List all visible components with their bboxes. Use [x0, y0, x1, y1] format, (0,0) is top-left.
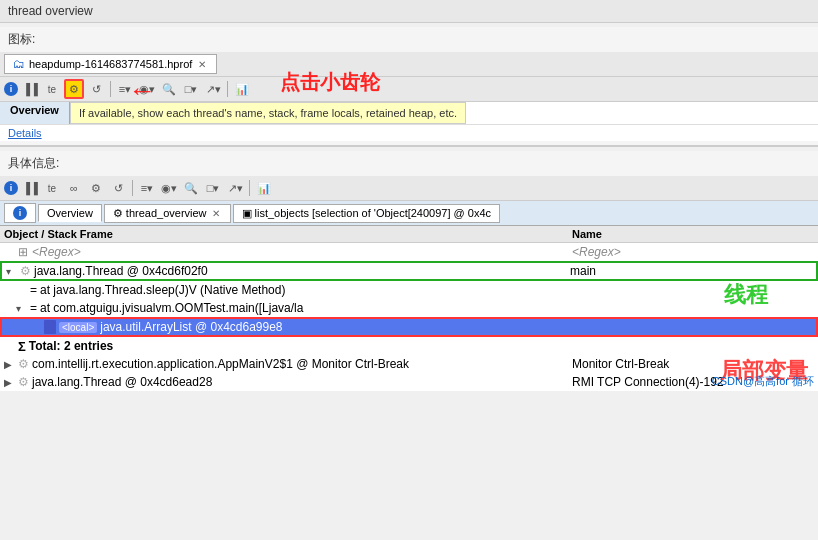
watermark-text: CSDN@高高for 循环 [708, 372, 818, 391]
bottom-view-button[interactable]: □▾ [203, 178, 223, 198]
te-button[interactable]: te [42, 79, 62, 99]
total-text: Total: 2 entries [29, 339, 564, 353]
tab-overview[interactable]: Overview [38, 204, 102, 222]
info-icon[interactable]: i [4, 82, 18, 96]
thread-intellij-row[interactable]: ▶ ⚙ com.intellij.rt.execution.applicatio… [0, 355, 818, 373]
thread-gear-icon: ⚙ [20, 264, 31, 278]
search-button[interactable]: 🔍 [159, 79, 179, 99]
sleep-frame-text: at java.lang.Thread.sleep(J)V (Native Me… [40, 283, 564, 297]
top-tab-bar: 🗂 heapdump-1614683774581.hprof ✕ [0, 52, 818, 77]
tab-list-objects[interactable]: ▣ list_objects [selection of 'Object[240… [233, 204, 500, 223]
bottom-te-button[interactable]: te [42, 178, 62, 198]
rmi-expand-icon[interactable]: ▶ [4, 377, 18, 388]
overview-tab[interactable]: Overview [0, 102, 70, 124]
gear-button-highlighted[interactable]: ⚙ [64, 79, 84, 99]
intellij-expand-icon[interactable]: ▶ [4, 359, 18, 370]
bars-button[interactable]: ▐▐ [20, 79, 40, 99]
bottom-refresh-button[interactable]: ↺ [108, 178, 128, 198]
toolbar-separator-2 [227, 81, 228, 97]
chart-button[interactable]: 📊 [232, 79, 252, 99]
tab-label: heapdump-1614683774581.hprof [29, 58, 192, 70]
bottom-export-button[interactable]: ↗▾ [225, 178, 245, 198]
filter-icon: ⊞ [18, 245, 28, 259]
intellij-gear-icon: ⚙ [18, 357, 29, 371]
menu-button-1[interactable]: ≡▾ [115, 79, 135, 99]
window-title: thread overview [0, 0, 818, 23]
detail-info-icon: i [13, 206, 27, 220]
bottom-section: 具体信息: i ▐▐ te ∞ ⚙ ↺ ≡▾ ◉▾ 🔍 □▾ ↗▾ 📊 i Ov… [0, 151, 818, 391]
object-table: Object / Stack Frame Name ⊞ <Regex> <Reg… [0, 226, 818, 391]
bottom-gear-button[interactable]: ⚙ [86, 178, 106, 198]
gear-small-icon: ⚙ [113, 207, 123, 220]
top-toolbar: i ▐▐ te ⚙ ↺ ≡▾ ◉▾ 🔍 □▾ ↗▾ 📊 ← 点击小齿轮 [0, 77, 818, 102]
sleep-equals-icon: = [30, 283, 37, 297]
bottom-sep-2 [249, 180, 250, 196]
main-frame-text: at com.atguigu.jvisualvm.OOMTest.main([L… [40, 301, 564, 315]
top-section-label: 图标: [0, 27, 818, 52]
bottom-toolbar: i ▐▐ te ∞ ⚙ ↺ ≡▾ ◉▾ 🔍 □▾ ↗▾ 📊 [0, 176, 818, 201]
bottom-chart-button[interactable]: 📊 [254, 178, 274, 198]
thread-overview-close[interactable]: ✕ [210, 208, 222, 219]
thread-rmi-row[interactable]: ▶ ⚙ java.lang.Thread @ 0x4cd6ead28 RMI T… [0, 373, 818, 391]
tab-info[interactable]: i [4, 203, 36, 223]
stack-sleep-row[interactable]: = at java.lang.Thread.sleep(J)V (Native … [0, 281, 818, 299]
view-button[interactable]: □▾ [181, 79, 201, 99]
local-var-row[interactable]: <local> java.util.ArrayList @ 0x4cd6a99e… [0, 317, 818, 337]
rmi-thread-object: java.lang.Thread @ 0x4cd6ead28 [32, 375, 564, 389]
intellij-thread-object: com.intellij.rt.execution.application.Ap… [32, 357, 564, 371]
intellij-thread-name: Monitor Ctrl-Break [564, 357, 814, 371]
detail-tab-row: i Overview ⚙ thread_overview ✕ ▣ list_ob… [0, 201, 818, 226]
main-expand-icon[interactable]: ▾ [16, 303, 30, 314]
details-tab-link[interactable]: Details [0, 125, 818, 141]
thread-main-row[interactable]: ▾ ⚙ java.lang.Thread @ 0x4cd6f02f0 main [0, 261, 818, 281]
thread-main-name: main [562, 264, 812, 278]
bottom-inf-button[interactable]: ∞ [64, 178, 84, 198]
table-header-row: Object / Stack Frame Name [0, 226, 818, 243]
tab-icon: 🗂 [13, 57, 25, 71]
bottom-menu-button[interactable]: ≡▾ [137, 178, 157, 198]
local-tag: <local> [59, 322, 97, 333]
bottom-sep-1 [132, 180, 133, 196]
bottom-search-button[interactable]: 🔍 [181, 178, 201, 198]
bottom-target-button[interactable]: ◉▾ [159, 178, 179, 198]
target-button[interactable]: ◉▾ [137, 79, 157, 99]
rmi-gear-icon: ⚙ [18, 375, 29, 389]
local-doc-icon [44, 320, 56, 334]
thread-main-object: java.lang.Thread @ 0x4cd6f02f0 [34, 264, 562, 278]
regex-object-text: <Regex> [32, 245, 564, 259]
tab-close-button[interactable]: ✕ [196, 59, 208, 70]
toolbar-separator-1 [110, 81, 111, 97]
heapdump-tab[interactable]: 🗂 heapdump-1614683774581.hprof ✕ [4, 54, 217, 74]
regex-name-text: <Regex> [564, 245, 814, 259]
stack-main-row[interactable]: ▾ = at com.atguigu.jvisualvm.OOMTest.mai… [0, 299, 818, 317]
local-var-object: java.util.ArrayList @ 0x4cd6a99e8 [100, 320, 562, 334]
bottom-section-label: 具体信息: [0, 151, 818, 176]
main-equals-icon: = [30, 301, 37, 315]
export-button[interactable]: ↗▾ [203, 79, 223, 99]
total-entries-row: Σ Total: 2 entries [0, 337, 818, 355]
regex-filter-row[interactable]: ⊞ <Regex> <Regex> [0, 243, 818, 261]
tab-thread-overview[interactable]: ⚙ thread_overview ✕ [104, 204, 231, 223]
bottom-info-icon[interactable]: i [4, 181, 18, 195]
top-overview-area: Overview If available, show each thread'… [0, 102, 818, 125]
col-name-header: Name [564, 228, 814, 240]
thread-expand-icon[interactable]: ▾ [6, 266, 20, 277]
refresh-button[interactable]: ↺ [86, 79, 106, 99]
tooltip-content: If available, show each thread's name, s… [70, 102, 466, 124]
bottom-bars-button[interactable]: ▐▐ [20, 178, 40, 198]
col-object-header: Object / Stack Frame [4, 228, 564, 240]
sigma-icon: Σ [18, 339, 26, 354]
list-objects-icon: ▣ [242, 207, 252, 220]
